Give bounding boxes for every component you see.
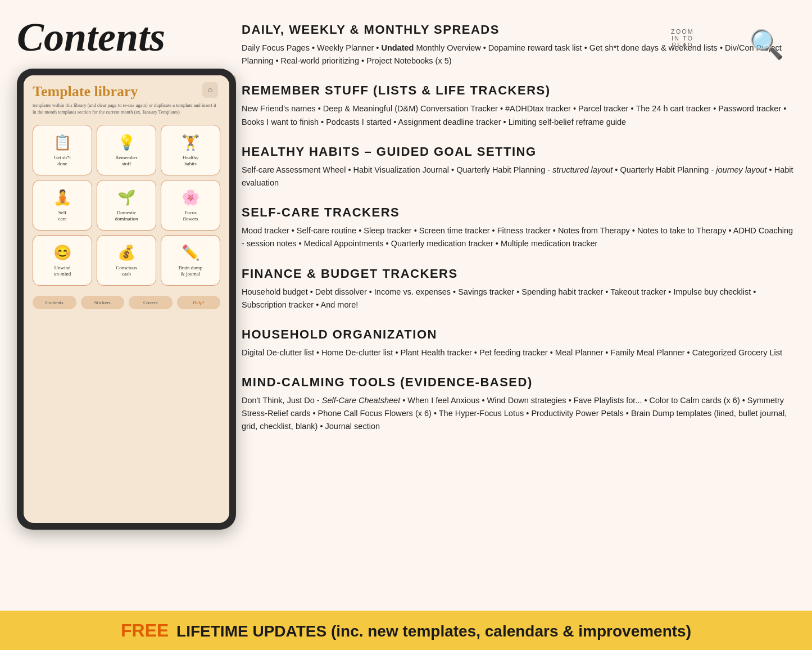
grid-item-self-care[interactable]: 🧘 Selfcare <box>33 180 92 231</box>
tablet-grid: 📋 Get sh*tdone 💡 Rememberstuff 🏋️ Health… <box>24 120 229 290</box>
section-body-mind-calming: Don't Think, Just Do - Self-Care Cheatsh… <box>242 394 795 434</box>
section-title-daily-weekly: DAILY, WEEKLY & MONTHLY SPREADS <box>242 22 795 37</box>
banner-main-text: LIFETIME UPDATES (inc. new templates, ca… <box>172 622 691 640</box>
nav-covers[interactable]: Covers <box>129 296 173 309</box>
section-household: HOUSEHOLD ORGANIZATION Digital De-clutte… <box>242 327 795 359</box>
tablet-screen: ⌂ Template library templates within this… <box>24 75 229 523</box>
tablet-title: Template library <box>33 83 220 100</box>
grid-label-5: Focusflowers <box>183 210 198 223</box>
grid-item-healthy-habits[interactable]: 🏋️ Healthyhabits <box>161 125 220 175</box>
grid-label-4: Domesticdomination <box>115 210 138 223</box>
bottom-banner: FREE LIFETIME UPDATES (inc. new template… <box>0 611 812 650</box>
smile-icon: 😊 <box>53 244 71 261</box>
nav-stickers[interactable]: Stickers <box>81 296 125 309</box>
tablet-subtitle: templates within this library (and clear… <box>33 102 220 116</box>
section-finance: FINANCE & BUDGET TRACKERS Household budg… <box>242 267 795 312</box>
banner-free-label: FREE <box>121 620 169 640</box>
grid-item-get-shit-done[interactable]: 📋 Get sh*tdone <box>33 125 92 175</box>
section-title-remember-stuff: REMEMBER STUFF (LISTS & LIFE TRACKERS) <box>242 83 795 98</box>
zoom-hint-text: ZOOM IN TO READ <box>671 28 694 48</box>
section-title-finance: FINANCE & BUDGET TRACKERS <box>242 267 795 281</box>
section-remember-stuff: REMEMBER STUFF (LISTS & LIFE TRACKERS) N… <box>242 83 795 128</box>
magnifier-icon: 🔍 <box>749 28 784 61</box>
section-mind-calming: MIND-CALMING TOOLS (EVIDENCE-BASED) Don'… <box>242 375 795 434</box>
grid-item-brain-dump[interactable]: ✏️ Brain dump& journal <box>161 235 220 286</box>
nav-contents[interactable]: Contents <box>33 296 76 309</box>
left-panel: Contents ⌂ Template library templates wi… <box>0 0 236 619</box>
tablet-nav: Contents Stickers Covers Help! <box>24 290 229 315</box>
section-body-self-care: Mood tracker • Self-care routine • Sleep… <box>242 224 795 250</box>
tablet-mockup: ⌂ Template library templates within this… <box>17 69 236 530</box>
section-body-daily-weekly: Daily Focus Pages • Weekly Planner • Und… <box>242 42 795 67</box>
section-body-household: Digital De-clutter list • Home De-clutte… <box>242 346 795 359</box>
banner-text: FREE LIFETIME UPDATES (inc. new template… <box>121 620 691 641</box>
section-title-mind-calming: MIND-CALMING TOOLS (EVIDENCE-BASED) <box>242 375 795 390</box>
grid-label-6: Unwindun-mind <box>54 265 71 278</box>
grid-item-conscious-cash[interactable]: 💰 Consciouscash <box>97 235 156 286</box>
pencil-icon: ✏️ <box>182 244 199 261</box>
grid-item-domestic-domination[interactable]: 🌱 Domesticdomination <box>97 180 156 231</box>
grid-label-7: Consciouscash <box>116 265 137 278</box>
right-panel: ZOOM IN TO READ 🔍 DAILY, WEEKLY & MONTHL… <box>242 17 795 607</box>
tablet-header: Template library templates within this l… <box>24 75 229 120</box>
grid-item-focus-flowers[interactable]: 🌸 Focusflowers <box>161 180 220 231</box>
section-title-household: HOUSEHOLD ORGANIZATION <box>242 327 795 342</box>
grid-label-2: Healthyhabits <box>183 155 199 168</box>
plant-icon: 🌱 <box>117 189 135 206</box>
nav-help[interactable]: Help! <box>177 296 221 309</box>
section-title-self-care: SELF-CARE TRACKERS <box>242 205 795 220</box>
section-body-healthy-habits: Self-care Assessment Wheel • Habit Visua… <box>242 164 795 189</box>
grid-label-3: Selfcare <box>58 210 67 223</box>
grid-label-1: Rememberstuff <box>115 155 138 168</box>
grid-label-0: Get sh*tdone <box>54 155 71 168</box>
meditation-icon: 🧘 <box>53 189 71 206</box>
grid-item-unwind[interactable]: 😊 Unwindun-mind <box>33 235 92 286</box>
flower-icon: 🌸 <box>182 189 199 206</box>
section-healthy-habits: HEALTHY HABITS – GUIDED GOAL SETTING Sel… <box>242 145 795 189</box>
grid-item-remember-stuff[interactable]: 💡 Rememberstuff <box>97 125 156 175</box>
clipboard-icon: 📋 <box>53 134 71 151</box>
sections-container: DAILY, WEEKLY & MONTHLY SPREADS Daily Fo… <box>242 17 795 434</box>
section-daily-weekly: DAILY, WEEKLY & MONTHLY SPREADS Daily Fo… <box>242 22 795 67</box>
dumbbell-icon: 🏋️ <box>182 134 199 151</box>
section-self-care: SELF-CARE TRACKERS Mood tracker • Self-c… <box>242 205 795 250</box>
section-body-remember-stuff: New Friend's names • Deep & Meaningful (… <box>242 102 795 128</box>
bulb-icon: 💡 <box>117 134 135 151</box>
section-title-healthy-habits: HEALTHY HABITS – GUIDED GOAL SETTING <box>242 145 795 159</box>
money-icon: 💰 <box>117 244 135 261</box>
home-button[interactable]: ⌂ <box>202 82 218 98</box>
section-body-finance: Household budget • Debt dissolver • Inco… <box>242 286 795 312</box>
contents-title: Contents <box>17 17 165 57</box>
grid-label-8: Brain dump& journal <box>179 265 203 278</box>
